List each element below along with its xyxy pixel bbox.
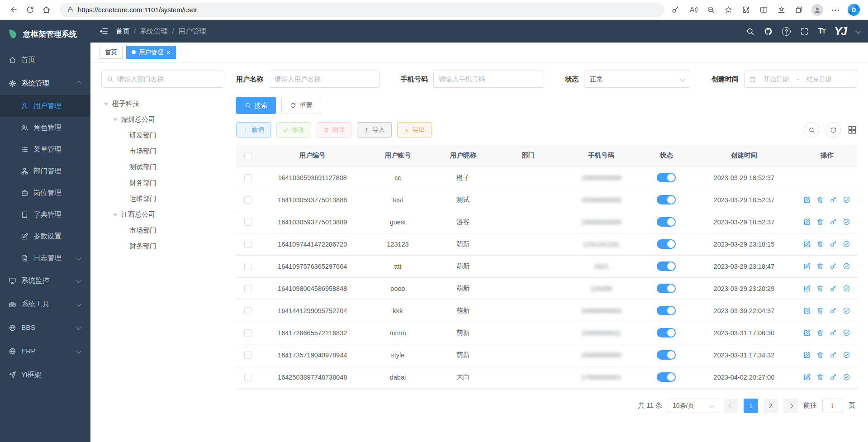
assign-role-icon[interactable] xyxy=(843,218,850,226)
reset-password-icon[interactable] xyxy=(830,373,837,381)
assign-role-icon[interactable] xyxy=(843,307,850,314)
caret-down-icon[interactable] xyxy=(113,119,118,121)
tree-node-finance-dept-2[interactable]: 财务部门 xyxy=(101,238,224,254)
table-row[interactable]: 1641735719040978944 style 萌新 15000000000… xyxy=(236,344,857,366)
assign-role-icon[interactable] xyxy=(843,373,850,381)
favorites-bar-icon[interactable] xyxy=(776,5,786,15)
table-row[interactable]: 1641097441472286720 123123 萌新 1231241231… xyxy=(236,233,857,255)
sidebar-item-erp[interactable]: ERP xyxy=(0,339,90,363)
end-date-input[interactable] xyxy=(802,76,837,83)
edit-icon[interactable] xyxy=(803,307,811,314)
app-logo[interactable]: 意框架管理系统 xyxy=(0,20,90,48)
tree-node-rd-dept[interactable]: 研发部门 xyxy=(101,128,224,143)
tree-node-shenzhen[interactable]: 深圳总公司 xyxy=(101,112,224,128)
tab-user-management[interactable]: 用户管理 × xyxy=(126,46,176,59)
search-icon[interactable] xyxy=(746,27,755,36)
refresh-table-button[interactable] xyxy=(825,122,841,138)
import-button[interactable]: 导入 xyxy=(357,122,392,138)
tree-node-jiangxi[interactable]: 江西总公司 xyxy=(101,207,224,223)
sidebar-item-home[interactable]: 首页 xyxy=(0,48,90,71)
sidebar-item-bbs[interactable]: BBS xyxy=(0,316,90,339)
sidebar-item-dict-management[interactable]: 字典管理 xyxy=(0,204,90,225)
status-toggle[interactable] xyxy=(657,284,676,293)
zoom-out-icon[interactable] xyxy=(706,5,716,15)
row-checkbox[interactable] xyxy=(244,174,251,181)
row-checkbox[interactable] xyxy=(244,285,251,292)
browser-back-button[interactable] xyxy=(6,3,21,17)
reset-password-icon[interactable] xyxy=(830,307,837,314)
profile-avatar[interactable] xyxy=(811,4,823,16)
chevron-down-icon[interactable] xyxy=(855,29,860,33)
delete-icon[interactable] xyxy=(816,262,824,270)
export-button[interactable]: 导出 xyxy=(397,122,432,138)
date-range-picker[interactable]: - xyxy=(744,71,857,88)
sidebar-item-param-settings[interactable]: 参数设置 xyxy=(0,225,90,247)
caret-down-icon[interactable] xyxy=(104,103,109,105)
search-toggle-button[interactable] xyxy=(804,122,819,138)
tab-close-icon[interactable]: × xyxy=(166,49,171,56)
status-toggle[interactable] xyxy=(657,328,676,337)
prev-page-button[interactable] xyxy=(724,399,738,413)
reset-button[interactable]: 重置 xyxy=(281,97,321,114)
status-toggle[interactable] xyxy=(657,306,676,315)
read-aloud-icon[interactable] xyxy=(688,5,698,15)
delete-icon[interactable] xyxy=(816,218,824,226)
table-row[interactable]: 1641097576365297664 tttt 萌新 1521 2023-03… xyxy=(236,255,857,277)
split-screen-icon[interactable] xyxy=(759,5,768,15)
reset-password-icon[interactable] xyxy=(830,262,837,270)
reset-password-icon[interactable] xyxy=(830,329,837,337)
sidebar-item-yi-framework[interactable]: Yi框架 xyxy=(0,363,90,386)
columns-toggle-icon[interactable] xyxy=(847,125,857,135)
browser-home-button[interactable] xyxy=(39,3,53,17)
sidebar-item-dept-management[interactable]: 部门管理 xyxy=(0,160,90,182)
add-button[interactable]: 新增 xyxy=(236,122,271,138)
sidebar-item-post-management[interactable]: 岗位管理 xyxy=(0,182,90,204)
delete-icon[interactable] xyxy=(816,240,824,248)
page-button-2[interactable]: 2 xyxy=(764,399,778,413)
delete-icon[interactable] xyxy=(816,285,824,292)
page-size-select[interactable]: 10条/页 xyxy=(668,399,718,413)
row-checkbox[interactable] xyxy=(244,329,251,337)
edit-button[interactable]: 修改 xyxy=(276,122,311,138)
tree-node-market-dept-2[interactable]: 市场部门 xyxy=(101,223,224,238)
bing-icon[interactable]: b xyxy=(848,4,860,16)
github-icon[interactable] xyxy=(764,27,773,36)
edit-icon[interactable] xyxy=(803,329,811,337)
start-date-input[interactable] xyxy=(759,76,794,83)
caret-down-icon[interactable] xyxy=(113,214,118,216)
edit-icon[interactable] xyxy=(803,351,811,359)
select-all-checkbox[interactable] xyxy=(244,152,251,159)
font-size-icon[interactable]: TT xyxy=(818,27,825,36)
table-row[interactable]: 1641030593691127808 cc 橙子 15000000000 20… xyxy=(236,166,857,189)
tree-node-market-dept[interactable]: 市场部门 xyxy=(101,143,224,159)
sidebar-item-system-management[interactable]: 系统管理 xyxy=(0,71,90,95)
row-checkbox[interactable] xyxy=(244,352,251,359)
assign-role-icon[interactable] xyxy=(843,285,850,292)
reset-password-icon[interactable] xyxy=(830,351,837,359)
status-toggle[interactable] xyxy=(657,350,676,360)
assign-role-icon[interactable] xyxy=(843,262,850,270)
table-row[interactable]: 1641030593775013888 test 测试 15000000000 … xyxy=(236,189,857,211)
row-checkbox[interactable] xyxy=(244,241,251,248)
table-row[interactable]: 1642503897748738048 dabai 大白 17000000001… xyxy=(236,366,857,388)
row-checkbox[interactable] xyxy=(244,307,251,314)
address-bar[interactable]: https://ccnetcore.com:1101/system/user xyxy=(60,3,664,17)
page-button-1[interactable]: 1 xyxy=(744,399,758,413)
tree-node-finance-dept[interactable]: 财务部门 xyxy=(101,175,224,191)
status-toggle[interactable] xyxy=(657,372,676,382)
delete-icon[interactable] xyxy=(816,373,824,381)
phone-input[interactable] xyxy=(433,71,544,88)
row-checkbox[interactable] xyxy=(244,219,251,226)
search-button[interactable]: 搜索 xyxy=(236,97,276,114)
reset-password-icon[interactable] xyxy=(830,240,837,248)
delete-icon[interactable] xyxy=(816,351,824,359)
table-row[interactable]: 1641728665572216832 mmm 萌新 15000000011 2… xyxy=(236,322,857,344)
table-row[interactable]: 1641030593775013889 guest 游客 15000000000… xyxy=(236,211,857,233)
tree-node-test-dept[interactable]: 测试部门 xyxy=(101,159,224,175)
edit-icon[interactable] xyxy=(803,262,811,270)
username-input[interactable] xyxy=(269,71,379,88)
table-row[interactable]: 1641098004586958848 oooo 萌新 123456 2023-… xyxy=(236,277,857,299)
favorites-icon[interactable] xyxy=(723,5,733,15)
row-checkbox[interactable] xyxy=(244,196,251,204)
sidebar-item-system-tools[interactable]: 系统工具 xyxy=(0,292,90,316)
